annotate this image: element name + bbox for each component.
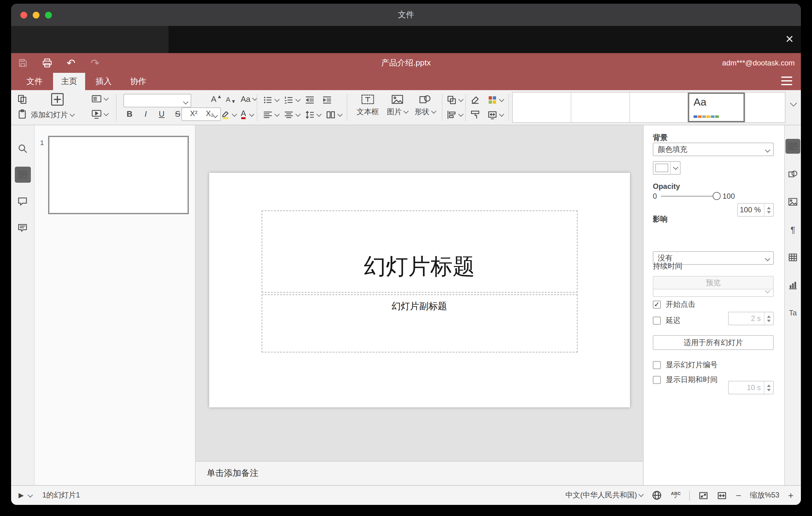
slides-panel-button[interactable]: [14, 167, 31, 183]
copy-style-button[interactable]: [470, 110, 480, 120]
tab-file[interactable]: 文件: [19, 73, 51, 90]
undo-icon[interactable]: ↶: [65, 57, 77, 68]
language-selector[interactable]: 中文(中华人民共和国): [566, 490, 643, 500]
zoom-out-button[interactable]: −: [736, 491, 741, 500]
fill-color-dropdown[interactable]: [670, 162, 680, 174]
color-scheme-button[interactable]: [488, 95, 503, 105]
close-icon[interactable]: ×: [785, 32, 793, 46]
add-slide-label-row[interactable]: 添加幻灯片: [31, 110, 74, 120]
font-name-combo[interactable]: [123, 94, 191, 107]
theme-option-selected[interactable]: Aa: [688, 93, 745, 122]
paste-button[interactable]: [17, 109, 27, 119]
title-placeholder[interactable]: 幻灯片标题: [261, 210, 577, 292]
opacity-spinner[interactable]: 100 %: [737, 203, 774, 217]
strikethrough-button[interactable]: S: [173, 110, 183, 118]
zoom-in-button[interactable]: +: [788, 491, 793, 500]
add-slide-button[interactable]: [51, 93, 64, 106]
fit-slide-button[interactable]: [699, 490, 709, 500]
textart-settings-button[interactable]: Ta: [785, 306, 800, 320]
underline-button[interactable]: U: [157, 110, 167, 118]
show-datetime-row[interactable]: 显示日期和时间: [653, 375, 718, 385]
chat-button[interactable]: [14, 220, 31, 236]
bullet-list-button[interactable]: [263, 95, 279, 105]
duration-spinner[interactable]: 2 s: [728, 312, 774, 325]
theme-option[interactable]: [745, 93, 785, 122]
line-spacing-button[interactable]: [305, 110, 321, 120]
theme-option[interactable]: [571, 93, 630, 122]
tab-home[interactable]: 主页: [53, 73, 85, 90]
shape-settings-button[interactable]: [785, 167, 800, 181]
opacity-slider-knob[interactable]: [713, 192, 721, 200]
table-settings-button[interactable]: [785, 250, 800, 265]
preview-button[interactable]: 预览: [653, 276, 774, 289]
opacity-slider-track[interactable]: [661, 196, 718, 197]
slide-title-text[interactable]: 幻灯片标题: [262, 252, 577, 282]
change-case-button[interactable]: Aa: [241, 95, 257, 103]
chart-settings-button[interactable]: [785, 278, 800, 292]
insert-shape-button[interactable]: 形状: [412, 94, 438, 117]
tab-collaboration[interactable]: 协作: [122, 73, 154, 90]
subscript-button[interactable]: X₂: [204, 110, 216, 117]
spinner-arrows[interactable]: [764, 381, 773, 394]
set-language-button[interactable]: [652, 490, 662, 500]
superscript-button[interactable]: X²: [187, 110, 200, 117]
bold-button[interactable]: B: [125, 110, 135, 118]
spinner-arrows[interactable]: [764, 312, 773, 325]
horizontal-align-button[interactable]: [263, 110, 279, 120]
slide-size-button[interactable]: [488, 110, 503, 120]
insert-image-button[interactable]: 图片: [384, 94, 411, 117]
spellcheck-button[interactable]: ABC ✓: [671, 491, 681, 500]
slide-canvas[interactable]: 幻灯片标题 幻灯片副标题: [196, 125, 643, 461]
slide-settings-button[interactable]: [785, 139, 800, 154]
slide-layout-button[interactable]: [91, 94, 108, 104]
comments-button[interactable]: [14, 193, 31, 209]
chevron-down-icon[interactable]: [28, 492, 33, 497]
menu-icon[interactable]: [781, 77, 792, 85]
columns-button[interactable]: [326, 110, 342, 120]
clear-style-button[interactable]: [470, 95, 480, 105]
font-color-button[interactable]: A: [239, 109, 254, 120]
vertical-align-button[interactable]: [284, 110, 300, 120]
minimize-window-button[interactable]: [33, 11, 39, 18]
show-slide-number-checkbox[interactable]: [653, 361, 661, 369]
spinner-arrows[interactable]: [764, 204, 773, 216]
delay-spinner[interactable]: 10 s: [728, 381, 774, 394]
slide-thumbnail[interactable]: [48, 136, 189, 214]
slide-subtitle-text[interactable]: 幻灯片副标题: [262, 300, 577, 312]
paragraph-settings-button[interactable]: ¶: [785, 222, 800, 237]
theme-option[interactable]: [630, 93, 688, 122]
increase-indent-button[interactable]: [322, 95, 332, 105]
start-slideshow-button[interactable]: [91, 109, 108, 119]
copy-button[interactable]: [17, 94, 27, 104]
fill-type-select[interactable]: 颜色填充: [653, 143, 774, 156]
start-on-click-checkbox[interactable]: ✓: [653, 300, 661, 309]
image-settings-button[interactable]: [785, 194, 800, 209]
delay-row[interactable]: 延迟: [653, 315, 680, 326]
zoom-window-button[interactable]: [45, 11, 52, 18]
start-preview-button[interactable]: ▶: [19, 492, 24, 499]
theme-gallery-expand-button[interactable]: [788, 103, 796, 106]
align-shapes-button[interactable]: [447, 110, 463, 120]
print-icon[interactable]: [41, 57, 53, 68]
decrease-font-button[interactable]: A ▼: [226, 95, 236, 104]
show-datetime-checkbox[interactable]: [653, 376, 661, 384]
slide[interactable]: 幻灯片标题 幻灯片副标题: [209, 173, 630, 407]
start-on-click-row[interactable]: ✓ 开始点击: [653, 299, 695, 310]
insert-textbox-button[interactable]: 文本框: [354, 94, 381, 117]
decrease-indent-button[interactable]: [305, 95, 315, 105]
tab-insert[interactable]: 插入: [88, 73, 120, 90]
fit-width-button[interactable]: [717, 490, 727, 500]
show-slide-number-row[interactable]: 显示幻灯片编号: [653, 360, 718, 370]
increase-font-button[interactable]: A ▲: [211, 95, 222, 103]
fill-color-picker[interactable]: [653, 161, 680, 175]
arrange-shapes-button[interactable]: [447, 95, 463, 105]
apply-to-all-button[interactable]: 适用于所有幻灯片: [653, 335, 774, 350]
theme-option[interactable]: [513, 93, 571, 122]
save-icon[interactable]: [17, 57, 28, 68]
redo-icon[interactable]: ↷: [89, 57, 100, 68]
subtitle-placeholder[interactable]: 幻灯片副标题: [261, 294, 577, 352]
delay-checkbox[interactable]: [653, 317, 661, 325]
search-button[interactable]: [14, 140, 31, 156]
close-window-button[interactable]: [20, 11, 27, 18]
notes-area[interactable]: 单击添加备注: [196, 461, 643, 485]
